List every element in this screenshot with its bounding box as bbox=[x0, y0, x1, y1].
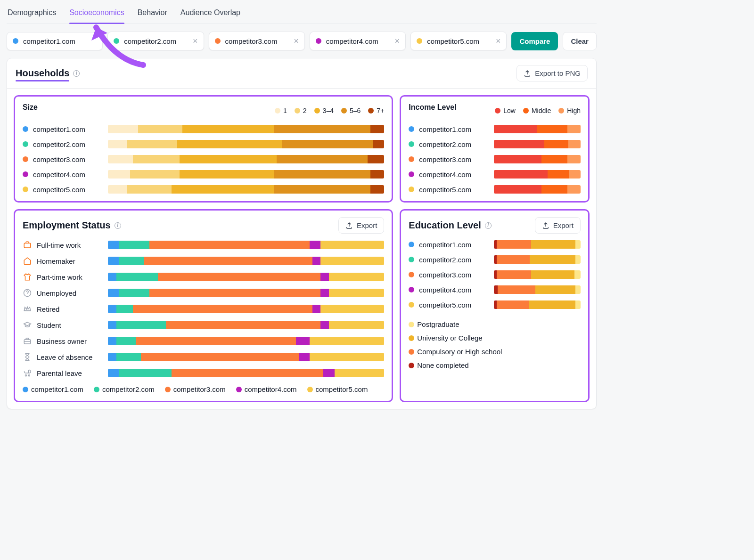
bar-segment bbox=[119, 289, 149, 297]
chart-row-label: Full-time work bbox=[23, 240, 100, 250]
households-card: Households i Export to PNG Size 123–45–6… bbox=[7, 58, 597, 409]
bar-segment bbox=[116, 337, 136, 345]
bar-segment bbox=[497, 300, 529, 309]
close-icon[interactable]: × bbox=[496, 37, 501, 45]
swatch bbox=[314, 108, 320, 114]
swatch bbox=[523, 108, 529, 114]
employment-export-button[interactable]: Export bbox=[338, 217, 384, 234]
chart-row-label: Parental leave bbox=[23, 368, 100, 378]
competitor-dot bbox=[409, 287, 414, 292]
competitor-pill[interactable]: competitor5.com × bbox=[410, 32, 507, 50]
bar-segment bbox=[133, 305, 312, 313]
bar-segment bbox=[182, 125, 273, 133]
stacked-bar bbox=[494, 170, 581, 179]
export-to-png-button[interactable]: Export to PNG bbox=[516, 65, 588, 81]
bar-segment bbox=[320, 305, 384, 313]
bar-segment bbox=[127, 185, 172, 194]
bar-segment bbox=[497, 270, 531, 279]
bar-segment bbox=[177, 140, 282, 148]
swatch bbox=[341, 108, 347, 114]
education-export-label: Export bbox=[553, 221, 574, 229]
education-title-text: Education Level bbox=[409, 220, 481, 231]
bar-segment bbox=[108, 337, 116, 345]
tab-behavior[interactable]: Behavior bbox=[138, 5, 167, 24]
competitor-pill[interactable]: competitor3.com × bbox=[209, 32, 305, 50]
chart-row-label: competitor2.com bbox=[409, 140, 486, 148]
competitor-pills: competitor1.com competitor2.com × compet… bbox=[7, 24, 597, 58]
close-icon[interactable]: × bbox=[395, 37, 400, 45]
bar-segment bbox=[108, 170, 130, 179]
chart-row: competitor4.com bbox=[409, 285, 581, 294]
info-icon[interactable]: i bbox=[115, 222, 121, 229]
info-icon[interactable]: i bbox=[73, 70, 80, 77]
stacked-bar bbox=[494, 285, 581, 294]
compare-button[interactable]: Compare bbox=[511, 32, 558, 50]
chart-row-label: Business owner bbox=[23, 336, 100, 346]
legend-item: None completed bbox=[409, 361, 581, 369]
bar-segment bbox=[567, 185, 581, 194]
swatch bbox=[409, 363, 414, 368]
svg-rect-0 bbox=[24, 243, 31, 248]
bar-segment bbox=[531, 240, 575, 249]
swatch bbox=[558, 108, 564, 114]
swatch bbox=[275, 108, 280, 114]
stroller-icon bbox=[23, 368, 32, 378]
stacked-bar bbox=[108, 321, 384, 329]
competitor-pill[interactable]: competitor2.com × bbox=[107, 32, 204, 50]
bar-segment bbox=[310, 337, 384, 345]
tab-socioeconomics[interactable]: Socioeconomics bbox=[69, 5, 124, 24]
employment-legend: competitor1.comcompetitor2.comcompetitor… bbox=[23, 385, 384, 393]
close-icon[interactable]: × bbox=[294, 37, 299, 45]
chart-row-label: competitor4.com bbox=[23, 170, 100, 179]
chart-row-label: competitor3.com bbox=[409, 271, 486, 279]
bar-segment bbox=[180, 170, 273, 179]
chart-row-label: competitor1.com bbox=[409, 241, 486, 249]
bar-segment bbox=[494, 155, 541, 163]
chart-row: Homemaker bbox=[23, 256, 384, 266]
chart-row-label: competitor3.com bbox=[409, 155, 486, 163]
chart-row-label: competitor5.com bbox=[409, 186, 486, 194]
education-export-button[interactable]: Export bbox=[535, 217, 581, 234]
bar-segment bbox=[108, 321, 116, 329]
upload-icon bbox=[345, 222, 353, 229]
competitor-dot bbox=[215, 38, 221, 44]
bar-segment bbox=[329, 273, 384, 281]
tab-demographics[interactable]: Demographics bbox=[8, 5, 56, 24]
education-legend: PostgraduateUniversity or CollegeCompuls… bbox=[409, 320, 581, 369]
education-title: Education Level i bbox=[409, 220, 491, 231]
stacked-bar bbox=[108, 140, 384, 148]
tab-audience-overlap[interactable]: Audience Overlap bbox=[180, 5, 240, 24]
competitor-dot bbox=[23, 141, 28, 147]
bar-segment bbox=[180, 155, 276, 163]
legend-item: Low bbox=[495, 107, 516, 114]
size-legend: 123–45–67+ bbox=[275, 107, 384, 114]
chart-row-label: competitor5.com bbox=[23, 186, 100, 194]
bar-segment bbox=[494, 140, 544, 148]
clear-button[interactable]: Clear bbox=[563, 32, 597, 50]
chart-row: Retired bbox=[23, 304, 384, 314]
legend-item: 3–4 bbox=[314, 107, 334, 114]
bar-segment bbox=[575, 300, 581, 309]
close-icon[interactable]: × bbox=[193, 37, 198, 45]
chart-row: competitor4.com bbox=[409, 170, 581, 179]
bar-segment bbox=[335, 369, 385, 377]
chart-row-label: competitor2.com bbox=[409, 256, 486, 264]
legend-item: High bbox=[558, 107, 581, 114]
bar-segment bbox=[531, 270, 574, 279]
income-legend: LowMiddleHigh bbox=[495, 107, 581, 114]
employment-title: Employment Status i bbox=[23, 220, 121, 231]
competitor-pill[interactable]: competitor1.com bbox=[7, 32, 103, 50]
bar-segment bbox=[574, 270, 581, 279]
info-icon[interactable]: i bbox=[485, 222, 492, 229]
swatch bbox=[409, 335, 414, 341]
households-title-text: Households bbox=[16, 68, 69, 79]
stacked-bar bbox=[108, 289, 384, 297]
bar-segment bbox=[320, 257, 384, 265]
stacked-bar bbox=[494, 255, 581, 264]
export-png-label: Export to PNG bbox=[535, 69, 581, 77]
bar-segment bbox=[323, 369, 334, 377]
competitor-dot bbox=[409, 242, 414, 247]
competitor-pill[interactable]: competitor4.com × bbox=[310, 32, 406, 50]
tabs-row: Demographics Socioeconomics Behavior Aud… bbox=[7, 0, 597, 24]
bar-segment bbox=[108, 155, 133, 163]
